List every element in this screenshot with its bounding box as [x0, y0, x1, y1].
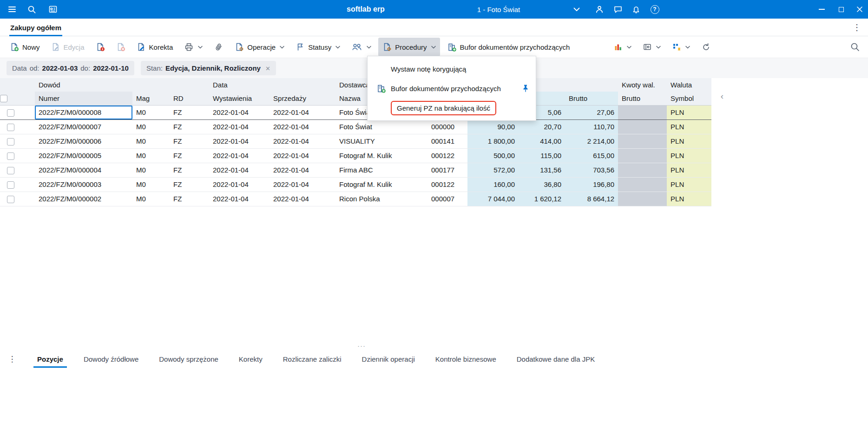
column-header-rd[interactable]: RD — [170, 92, 209, 105]
row-select-cell — [0, 105, 21, 119]
document-delete-button[interactable] — [112, 38, 130, 56]
document-info-button[interactable] — [92, 38, 109, 56]
cell-kwoty_brutto — [618, 192, 667, 206]
cell-nazwa: Firma ABC — [335, 163, 427, 177]
bottom-tab-dziennik-operacji[interactable]: Dziennik operacji — [362, 350, 415, 368]
cell-brutto: 8 664,12 — [565, 192, 618, 206]
bell-icon[interactable] — [628, 0, 644, 19]
collapse-columns-icon[interactable] — [717, 91, 727, 101]
column-header-wystawienia[interactable]: Wystawienia — [209, 92, 270, 105]
bottom-tab-dowody-zrodlowe[interactable]: Dowody źródłowe — [84, 350, 138, 368]
contacts-icon[interactable] — [45, 0, 61, 19]
overflow-menu-icon[interactable] — [7, 354, 17, 364]
print-button[interactable] — [180, 38, 207, 56]
cell-symbol: PLN — [667, 177, 711, 192]
table-row[interactable]: 2022/FZ/M0/000008M0FZ2022-01-042022-01-0… — [0, 105, 711, 119]
attachments-button[interactable] — [210, 38, 228, 56]
bottom-tab-kontrole-biznesowe[interactable]: Kontrole biznesowe — [435, 350, 496, 368]
column-header-kwoty-brutto[interactable]: Brutto — [618, 92, 667, 105]
menu-item-bufor[interactable]: Bufor dokumentów przychodzących — [368, 79, 536, 98]
search-icon[interactable] — [23, 0, 40, 19]
select-all-checkbox[interactable] — [0, 95, 7, 102]
refresh-button[interactable] — [697, 38, 715, 56]
people-button[interactable] — [347, 38, 375, 56]
cell-wystawienia: 2022-01-04 — [209, 119, 270, 134]
bottom-tab-dodatkowe-dane-jpk[interactable]: Dodatkowe dane dla JPK — [517, 350, 595, 368]
column-header-sprzedazy[interactable]: Sprzedaży — [270, 92, 335, 105]
edycja-button[interactable]: Edycja — [47, 38, 89, 56]
table-row[interactable]: 2022/FZ/M0/000007M0FZ2022-01-042022-01-0… — [0, 119, 711, 134]
table-search-icon — [850, 42, 860, 52]
table-row[interactable]: 2022/FZ/M0/000005M0FZ2022-01-042022-01-0… — [0, 148, 711, 163]
edycja-label: Edycja — [64, 43, 85, 51]
chat-icon[interactable] — [610, 0, 626, 19]
table-row[interactable]: 2022/FZ/M0/000004M0FZ2022-01-042022-01-0… — [0, 163, 711, 177]
cell-kwoty_brutto — [618, 163, 667, 177]
tab-zakupy-ogolem[interactable]: Zakupy ogółem — [9, 19, 62, 36]
close-icon[interactable] — [851, 0, 868, 19]
company-selector[interactable]: 1 - Foto Świat — [446, 0, 551, 19]
statusy-button[interactable]: Statusy — [291, 38, 344, 56]
cell-kwoty_brutto — [618, 119, 667, 134]
table-row[interactable]: 2022/FZ/M0/000003M0FZ2022-01-042022-01-0… — [0, 177, 711, 192]
bottom-tab-pozycje[interactable]: Pozycje — [37, 350, 63, 368]
nowy-button[interactable]: Nowy — [6, 38, 44, 56]
column-header-numer[interactable]: Numer — [35, 92, 132, 105]
row-checkbox[interactable] — [7, 138, 14, 146]
column-header-symbol[interactable]: Symbol — [667, 92, 711, 105]
bottom-tab-rozliczane-zaliczki[interactable]: Rozliczane zaliczki — [283, 350, 342, 368]
user-icon[interactable] — [591, 0, 608, 19]
panel-button[interactable] — [638, 38, 665, 56]
row-checkbox[interactable] — [7, 152, 14, 160]
chevron-down-icon[interactable] — [570, 0, 584, 19]
row-checkbox[interactable] — [7, 196, 14, 203]
filter-chip-data[interactable]: Data od: 2022-01-03 do: 2022-01-10 — [7, 61, 134, 75]
view-settings-button[interactable] — [668, 38, 694, 56]
menu-item-generuj-pz[interactable]: Generuj PZ na brakującą ilość — [368, 98, 536, 118]
column-header-brutto[interactable]: Brutto — [565, 92, 618, 105]
korekta-button[interactable]: Korekta — [132, 38, 178, 56]
operations-icon — [235, 42, 244, 52]
row-checkbox[interactable] — [7, 109, 14, 117]
refresh-icon — [701, 42, 711, 52]
row-status-cell — [21, 119, 35, 134]
column-header-mag[interactable]: Mag — [132, 92, 170, 105]
filter-od-label: od: — [30, 64, 39, 72]
maximize-icon[interactable] — [832, 0, 850, 19]
cell-brutto: 703,56 — [565, 163, 618, 177]
cell-netto: 160,00 — [467, 177, 519, 192]
cell-numer: 2022/FZ/M0/000008 — [35, 105, 132, 119]
filter-chip-stan[interactable]: Stan: Edycja, Dziennik, Rozliczony — [141, 61, 276, 75]
pin-icon[interactable] — [522, 84, 529, 93]
drag-handle-icon[interactable] — [0, 342, 723, 350]
row-status-cell — [21, 134, 35, 148]
table-search-button[interactable] — [846, 38, 864, 56]
menu-item-wystaw-note[interactable]: Wystaw notę korygującą — [368, 59, 536, 79]
row-select-cell — [0, 148, 21, 163]
cell-rd: FZ — [170, 163, 209, 177]
cell-dostawca_numer: 000177 — [427, 163, 467, 177]
help-icon[interactable] — [646, 0, 663, 19]
row-checkbox[interactable] — [7, 167, 14, 174]
row-select-cell — [0, 192, 21, 206]
operacje-button[interactable]: Operacje — [230, 38, 289, 56]
remove-filter-icon[interactable] — [265, 64, 270, 72]
minimize-icon[interactable] — [812, 0, 831, 19]
chart-button[interactable] — [609, 38, 636, 56]
cell-brutto: 196,80 — [565, 177, 618, 192]
table-row[interactable]: 2022/FZ/M0/000002M0FZ2022-01-042022-01-0… — [0, 192, 711, 206]
overflow-menu-icon[interactable] — [850, 19, 863, 36]
row-checkbox[interactable] — [7, 124, 14, 131]
row-checkbox[interactable] — [7, 181, 14, 189]
chevron-down-icon — [280, 46, 284, 49]
procedury-button[interactable]: Procedury — [378, 38, 440, 56]
bufor-button[interactable]: Bufor dokumentów przychodzących — [443, 38, 574, 56]
cell-sprzedazy: 2022-01-04 — [270, 192, 335, 206]
printer-icon — [184, 42, 194, 52]
bottom-tab-korekty[interactable]: Korekty — [239, 350, 263, 368]
cell-symbol: PLN — [667, 148, 711, 163]
table-row[interactable]: 2022/FZ/M0/000006M0FZ2022-01-042022-01-0… — [0, 134, 711, 148]
bottom-tab-dowody-sprzezone[interactable]: Dowody sprzężone — [159, 350, 218, 368]
cell-kwoty_brutto — [618, 105, 667, 119]
menu-icon[interactable] — [4, 0, 20, 19]
